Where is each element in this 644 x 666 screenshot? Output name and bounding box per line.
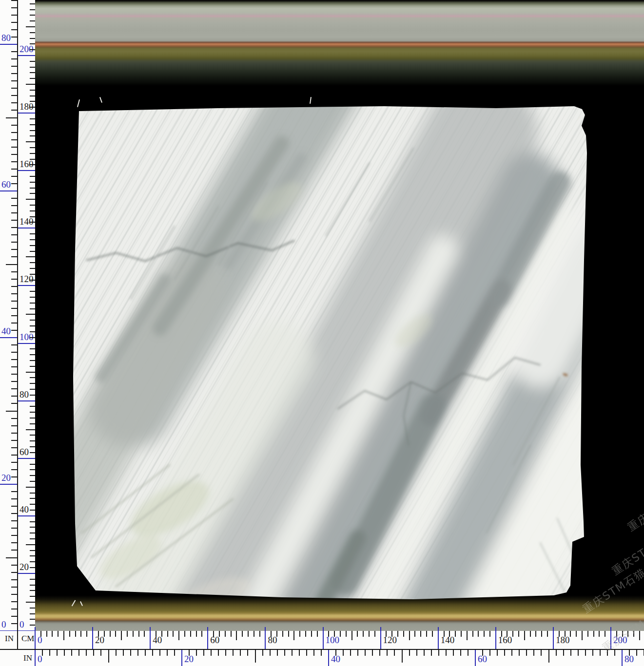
ruler-tick [639, 631, 640, 640]
ruler-tick [201, 631, 202, 637]
ruler-tick [468, 650, 468, 656]
bottom-ruler-centimeters: IN CM 020406080100120140160180200 [0, 631, 644, 649]
ruler-tick [116, 650, 117, 656]
ruler-tick [247, 650, 248, 656]
ruler-label: 0 [38, 635, 42, 645]
ruler-tick [30, 383, 35, 384]
ruler-tick [30, 3, 35, 4]
ruler-tick [26, 487, 35, 488]
ruler-tick [460, 650, 461, 656]
ruler-tick [30, 325, 35, 326]
ruler-tick [30, 262, 35, 263]
ruler-tick [299, 631, 300, 637]
ruler-20unit-line [35, 627, 36, 649]
ruler-tick [255, 650, 256, 663]
ruler-tick [30, 38, 35, 39]
ruler-20unit-line [181, 650, 182, 666]
ruler-tick [397, 631, 398, 637]
ruler-tick [30, 613, 35, 614]
ruler-tick [30, 135, 35, 136]
ruler-label: 0 [20, 620, 24, 629]
ruler-tick [585, 650, 586, 656]
ruler-tick [30, 32, 35, 33]
ruler-tick [372, 650, 373, 656]
ruler-tick [100, 650, 101, 656]
ruler-tick [6, 411, 18, 412]
ruler-label: 100 [326, 635, 340, 645]
ruler-tick [270, 650, 271, 656]
ruler-label: 0 [38, 654, 42, 664]
ruler-tick [593, 631, 594, 637]
ruler-tick [357, 631, 358, 637]
watermark-text: 重庆STM石猫 [625, 483, 644, 535]
ruler-tick [30, 590, 35, 591]
ruler-tick [599, 631, 600, 637]
ruler-tick [547, 631, 548, 637]
ruler-tick [138, 631, 139, 637]
ruler-tick [242, 631, 243, 637]
ruler-tick [455, 631, 456, 637]
ruler-tick [365, 650, 366, 656]
ruler-tick [535, 631, 536, 637]
ruler-tick [30, 193, 35, 194]
ruler-tick [306, 650, 307, 656]
ruler-20unit-line [323, 627, 324, 649]
ruler-tick [30, 20, 35, 21]
ruler-tick [328, 631, 329, 637]
ruler-tick [379, 650, 380, 656]
bottom-scanner-color-bands [35, 595, 644, 631]
ruler-tick [30, 176, 35, 177]
ruler-tick [30, 596, 35, 597]
ruler-tick [424, 650, 425, 656]
ruler-tick [461, 631, 462, 637]
ruler-tick [108, 650, 109, 663]
ruler-tick [30, 280, 35, 281]
ruler-tick [511, 650, 512, 656]
ruler-tick [394, 650, 395, 656]
ruler-tick [26, 26, 35, 27]
ruler-tick [533, 650, 534, 656]
ruler-tick [156, 631, 156, 637]
ruler-tick [145, 650, 146, 656]
ruler-tick [299, 650, 300, 656]
ruler-tick [627, 631, 628, 637]
ruler-tick [391, 631, 392, 637]
ruler-tick [46, 631, 47, 637]
ruler-tick [350, 650, 351, 656]
ruler-tick [526, 650, 527, 656]
ruler-tick [426, 631, 427, 637]
ruler-tick [6, 557, 18, 558]
ruler-20unit-line [207, 627, 208, 649]
ruler-tick [30, 308, 35, 309]
ruler-tick [63, 631, 64, 640]
ruler-tick [374, 631, 375, 637]
ruler-tick [343, 650, 344, 656]
ruler-tick [284, 650, 285, 656]
ruler-tick [489, 650, 490, 656]
ruler-tick [30, 619, 35, 620]
ruler-20unit-line [265, 627, 266, 649]
ruler-tick [409, 631, 410, 640]
ruler-tick [6, 117, 18, 118]
ruler-tick [30, 561, 35, 562]
left-ruler-inches: 020406080 [0, 0, 18, 631]
ruler-tick [30, 61, 35, 62]
ruler-label: 80 [1, 33, 11, 43]
corner-cm-unit-label: CM [21, 634, 34, 644]
ruler-20unit-line [18, 55, 35, 56]
ruler-tick [123, 650, 124, 656]
ruler-tick [30, 210, 35, 211]
ruler-tick [30, 15, 35, 16]
ruler-tick [484, 631, 485, 637]
ruler-tick [30, 348, 35, 349]
ruler-label: 120 [383, 635, 397, 645]
watermark-text: 重庆STM石猫 [609, 527, 644, 579]
ruler-tick [26, 84, 35, 85]
ruler-tick [30, 164, 35, 165]
ruler-tick [276, 631, 277, 637]
ruler-tick [161, 631, 162, 637]
ruler-tick [30, 452, 35, 453]
ruler-label: 60 [478, 654, 487, 664]
ruler-tick [262, 650, 263, 656]
ruler-20unit-line [553, 627, 554, 649]
